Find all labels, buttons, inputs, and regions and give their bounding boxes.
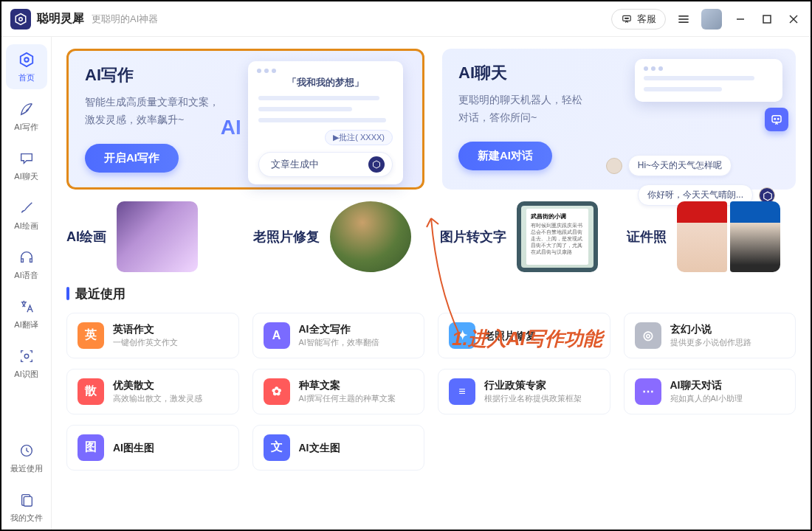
hero-card-chat[interactable]: AI聊天 更聪明的聊天机器人，轻松 对话，答你所问~ 新建AI对话 Hi~今天的… xyxy=(442,49,796,190)
user-avatar[interactable] xyxy=(701,9,722,30)
svg-marker-23 xyxy=(764,192,772,201)
new-chat-button[interactable]: 新建AI对话 xyxy=(458,142,552,170)
minimize-button[interactable] xyxy=(732,11,749,27)
translate-icon xyxy=(17,297,36,316)
menu-button[interactable] xyxy=(676,12,691,27)
item-icon: ≡ xyxy=(449,378,475,405)
item-desc: 一键创作英文作文 xyxy=(113,337,178,348)
item-title: 种草文案 xyxy=(299,378,396,392)
item-icon: ◎ xyxy=(635,322,661,349)
item-title: AI文生图 xyxy=(299,441,340,454)
recent-item[interactable]: AAI全文写作AI智能写作，效率翻倍 xyxy=(252,313,425,358)
item-title: AI聊天对话 xyxy=(670,378,743,392)
sidebar-item-label: AI语音 xyxy=(14,270,38,281)
item-title: 优美散文 xyxy=(113,378,202,392)
sidebar-item-chat[interactable]: AI聊天 xyxy=(6,143,47,188)
svg-point-5 xyxy=(627,18,628,18)
item-title: AI图生图 xyxy=(113,441,154,454)
svg-point-22 xyxy=(778,119,780,120)
tile-ai-paint[interactable]: AI绘画 xyxy=(66,201,235,272)
sidebar-item-label: AI识图 xyxy=(14,369,38,380)
start-writing-button[interactable]: 开启AI写作 xyxy=(85,144,179,173)
customer-service-label: 客服 xyxy=(637,13,656,26)
item-title: 英语作文 xyxy=(113,322,178,336)
svg-point-1 xyxy=(19,17,23,21)
annotation-text: 1.进入AI写作功能 xyxy=(452,326,602,352)
close-icon xyxy=(788,14,799,24)
recent-item[interactable]: ⋯AI聊天对话宛如真人的AI小助理 xyxy=(624,369,796,414)
svg-marker-19 xyxy=(374,161,380,168)
svg-rect-10 xyxy=(763,15,771,23)
tile-image xyxy=(117,201,198,272)
item-desc: 根据行业名称提供政策框架 xyxy=(484,393,582,404)
item-desc: 宛如真人的AI小助理 xyxy=(670,393,743,404)
sidebar-item-label: 最近使用 xyxy=(10,463,43,474)
user-avatar-icon xyxy=(606,158,622,174)
recent-item[interactable]: 英英语作文一键创作英文作文 xyxy=(66,313,239,358)
recent-item[interactable]: 文AI文生图 xyxy=(252,425,425,471)
sidebar-item-translate[interactable]: AI翻译 xyxy=(6,291,47,336)
section-header: 最近使用 xyxy=(75,285,125,302)
chat-bubble-icon xyxy=(621,14,633,24)
minimize-icon xyxy=(735,14,746,24)
svg-marker-13 xyxy=(20,53,32,66)
chat-float-icon xyxy=(765,108,788,131)
sidebar-item-label: AI聊天 xyxy=(14,171,38,182)
item-desc: AI智能写作，效率翻倍 xyxy=(299,337,379,348)
svg-marker-0 xyxy=(16,13,26,24)
logo-badge-icon xyxy=(368,156,385,173)
hero-chat-title: AI聊天 xyxy=(458,62,613,84)
doc-mock: 「我和我的梦想」 ▶ 批注( XXXX) 文章生成中 xyxy=(248,61,403,184)
item-icon: 图 xyxy=(78,434,104,461)
chat-bubble-user: Hi~今天的天气怎样呢 xyxy=(628,155,732,176)
item-desc: 高效输出散文，激发灵感 xyxy=(113,393,202,404)
tile-image xyxy=(330,201,411,272)
recent-item[interactable]: 散优美散文高效输出散文，激发灵感 xyxy=(66,369,239,414)
recent-item[interactable]: ≡行业政策专家根据行业名称提供政策框架 xyxy=(438,369,610,414)
brush-icon xyxy=(17,198,36,218)
recent-item[interactable]: ◎玄幻小说提供更多小说创作思路 xyxy=(624,313,796,358)
item-icon: 英 xyxy=(78,322,104,349)
chat-icon xyxy=(17,149,36,168)
close-button[interactable] xyxy=(785,11,802,27)
doc-footer: 文章生成中 xyxy=(258,152,393,177)
sidebar-item-voice[interactable]: AI语音 xyxy=(6,242,47,287)
item-title: AI全文写作 xyxy=(299,322,379,336)
tile-title: AI绘画 xyxy=(66,228,106,246)
item-desc: 提供更多小说创作思路 xyxy=(670,337,751,348)
item-icon: 文 xyxy=(264,434,290,461)
item-desc: AI撰写任何主题的种草文案 xyxy=(299,393,396,404)
sidebar-item-files[interactable]: 我的文件 xyxy=(6,485,47,530)
sidebar-item-ocr[interactable]: AI识图 xyxy=(6,341,47,386)
maximize-button[interactable] xyxy=(759,11,775,27)
app-logo xyxy=(10,9,31,30)
sidebar-item-recent[interactable]: 最近使用 xyxy=(6,435,47,480)
hero-card-writing[interactable]: AI写作 智能生成高质量文章和文案， 激发灵感，效率飙升~ 开启AI写作 AI … xyxy=(66,49,424,190)
sidebar-item-label: AI翻译 xyxy=(14,319,38,330)
hamburger-icon xyxy=(676,12,691,27)
item-icon: A xyxy=(264,322,290,349)
hero-writing-desc: 智能生成高质量文章和文案， 激发灵感，效率飙升~ xyxy=(85,94,240,129)
recent-item[interactable]: 图AI图生图 xyxy=(66,425,239,471)
tile-id-photo[interactable]: 证件照 xyxy=(627,201,796,272)
app-tagline: 更聪明的AI神器 xyxy=(92,13,158,26)
scan-icon xyxy=(17,347,36,366)
hero-chat-desc: 更聪明的聊天机器人，轻松 对话，答你所问~ xyxy=(458,91,613,127)
svg-point-15 xyxy=(24,354,29,358)
customer-service-button[interactable]: 客服 xyxy=(611,9,666,30)
sidebar-item-label: 首页 xyxy=(18,72,35,83)
tile-title: 老照片修复 xyxy=(253,228,320,246)
svg-rect-18 xyxy=(24,496,32,506)
sidebar-item-paint[interactable]: AI绘画 xyxy=(6,192,47,237)
item-title: 行业政策专家 xyxy=(484,378,582,392)
item-icon: 散 xyxy=(78,378,104,405)
recent-item[interactable]: ✿种草文案AI撰写任何主题的种草文案 xyxy=(252,369,425,414)
svg-point-3 xyxy=(625,18,626,18)
tile-ocr[interactable]: 图片转文字 武昌街的小调有时候到重庆跟庆采书总会不自禁地跟武昌街走去。上阅，是发… xyxy=(440,201,609,272)
sidebar-item-writing[interactable]: AI写作 xyxy=(6,94,47,139)
svg-point-21 xyxy=(774,119,776,120)
annotation-pill: ▶ 批注( XXXX) xyxy=(325,130,393,145)
sidebar-item-home[interactable]: 首页 xyxy=(6,44,47,89)
tile-title: 图片转文字 xyxy=(440,228,506,246)
tile-photo-restore[interactable]: 老照片修复 xyxy=(253,201,422,272)
